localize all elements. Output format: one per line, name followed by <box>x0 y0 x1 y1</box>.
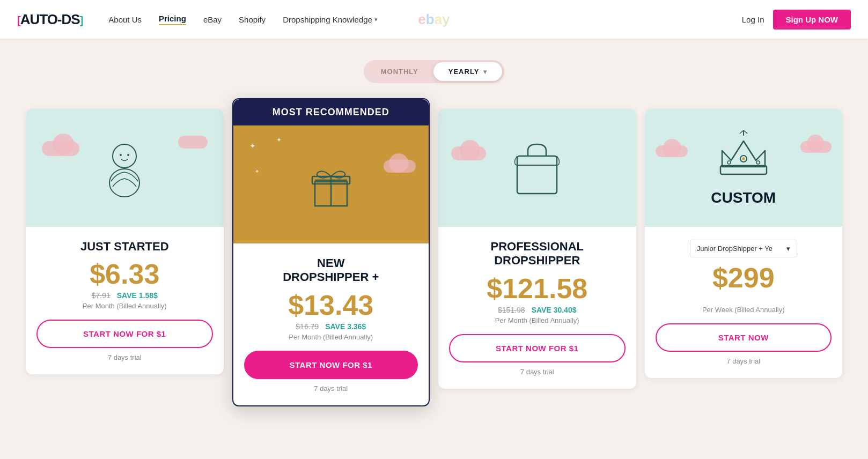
svg-point-2 <box>127 154 129 156</box>
spacer <box>656 295 832 306</box>
gift-icon <box>299 152 363 217</box>
main-nav: About Us Pricing eBay Shopify Dropshippi… <box>108 14 741 25</box>
logo[interactable]: [AUTO-DS] <box>17 11 83 28</box>
nav-dropshipping[interactable]: Dropshipping Knowledge ▾ <box>283 15 378 24</box>
cloud-decoration <box>663 139 681 157</box>
plan-name: PROFESSIONAL DROPSHIPPER <box>449 240 626 268</box>
logo-text: [AUTO-DS] <box>17 11 83 28</box>
plan-professional-image <box>438 109 636 227</box>
featured-wrapper: MOST RECOMMENDED ✦ ✦ ✦ <box>233 99 429 405</box>
svg-point-1 <box>120 154 122 156</box>
plan-just-started-image <box>26 109 224 227</box>
cloud-decoration <box>460 140 480 160</box>
dropdown-arrow-icon: ▾ <box>374 16 378 23</box>
plan-period: Per Month (Billed Annually) <box>36 302 213 310</box>
plan-name: NEW DROPSHIPPER + <box>244 256 418 285</box>
chevron-down-icon: ▾ <box>786 245 790 253</box>
svg-point-3 <box>109 169 139 197</box>
plan-new-dropshipper-image: ✦ ✦ ✦ <box>233 125 429 243</box>
star-icon: ✦ <box>249 142 256 150</box>
plan-custom: CUSTOM Junior DropShipper + Ye ▾ $299 Pe… <box>645 109 843 378</box>
plan-price-sub: $7.91 SAVE 1.58$ <box>36 291 213 300</box>
plan-period: Per Week (Billed Annually) <box>656 306 832 314</box>
plan-custom-body: Junior DropShipper + Ye ▾ $299 Per Week … <box>645 227 843 378</box>
nav-shopify[interactable]: Shopify <box>239 15 266 24</box>
header-actions: Log In Sign Up NOW <box>742 10 851 29</box>
toggle-container: MONTHLY YEARLY ▾ <box>364 60 505 83</box>
toggle-monthly[interactable]: MONTHLY <box>366 62 433 81</box>
nav-pricing[interactable]: Pricing <box>159 14 186 25</box>
original-price: $151.98 <box>498 306 525 314</box>
plan-new-dropshipper-body: NEW DROPSHIPPER + $13.43 $16.79 SAVE 3.3… <box>233 243 429 405</box>
main-content: MONTHLY YEARLY ▾ <box>0 39 868 439</box>
svg-point-0 <box>113 144 136 168</box>
original-price: $16.79 <box>296 322 319 331</box>
plan-cta-button[interactable]: START NOW FOR $1 <box>36 320 213 348</box>
plan-name: JUST STARTED <box>36 240 213 254</box>
pricing-cards-grid: JUST STARTED $6.33 $7.91 SAVE 1.58$ Per … <box>21 109 847 406</box>
plan-cta-button[interactable]: START NOW FOR $1 <box>244 351 418 379</box>
nav-about[interactable]: About Us <box>108 15 142 24</box>
dropdown-select[interactable]: Junior DropShipper + Ye ▾ <box>690 240 797 257</box>
save-label: SAVE 1.58$ <box>117 291 158 300</box>
cloud-decoration <box>53 134 74 155</box>
star-icon: ✦ <box>276 136 282 144</box>
baby-icon <box>95 136 154 200</box>
header: ebay [AUTO-DS] About Us Pricing eBay Sho… <box>0 0 868 39</box>
cloud-decoration <box>807 135 824 152</box>
svg-line-11 <box>740 130 744 134</box>
login-button[interactable]: Log In <box>742 15 764 24</box>
plan-price: $6.33 <box>36 260 213 288</box>
cloud-decoration <box>178 136 208 149</box>
plan-price: $13.43 <box>244 291 418 319</box>
plan-new-dropshipper: MOST RECOMMENDED ✦ ✦ ✦ <box>232 98 430 406</box>
save-label: SAVE 3.36$ <box>325 322 366 331</box>
most-recommended-badge: MOST RECOMMENDED <box>233 99 429 125</box>
trial-text: 7 days trial <box>36 353 213 361</box>
plan-period: Per Month (Billed Annually) <box>244 333 418 341</box>
shopping-bag-icon <box>507 136 567 200</box>
plan-just-started: JUST STARTED $6.33 $7.91 SAVE 1.58$ Per … <box>26 109 224 374</box>
plan-custom-image: CUSTOM <box>645 109 843 227</box>
plan-just-started-body: JUST STARTED $6.33 $7.91 SAVE 1.58$ Per … <box>26 227 224 374</box>
plan-professional-body: PROFESSIONAL DROPSHIPPER $121.58 $151.98… <box>438 227 636 389</box>
svg-point-16 <box>756 161 760 164</box>
plan-price-sub: $151.98 SAVE 30.40$ <box>449 306 626 314</box>
plan-cta-button[interactable]: START NOW FOR $1 <box>449 334 626 362</box>
save-label: SAVE 30.40$ <box>532 306 577 314</box>
toggle-yearly[interactable]: YEARLY ▾ <box>433 62 503 81</box>
chevron-down-icon: ▾ <box>483 68 487 76</box>
crown-container: CUSTOM <box>711 129 776 206</box>
plan-cta-button[interactable]: START NOW <box>656 323 832 352</box>
signup-button[interactable]: Sign Up NOW <box>773 10 851 29</box>
original-price: $7.91 <box>92 291 111 300</box>
custom-label: CUSTOM <box>711 189 776 206</box>
trial-text: 7 days trial <box>449 368 626 376</box>
billing-toggle: MONTHLY YEARLY ▾ <box>21 60 847 83</box>
svg-point-14 <box>742 158 745 160</box>
svg-point-15 <box>727 161 731 164</box>
cloud-decoration <box>389 153 408 173</box>
svg-line-10 <box>744 130 747 134</box>
plan-price-sub: $16.79 SAVE 3.36$ <box>244 322 418 331</box>
plan-period: Per Month (Billed Annually) <box>449 316 626 324</box>
plan-price: $299 <box>656 264 832 292</box>
trial-text: 7 days trial <box>656 357 832 365</box>
custom-plan-dropdown[interactable]: Junior DropShipper + Ye ▾ <box>656 240 832 257</box>
star-icon: ✦ <box>255 168 259 174</box>
plan-price: $121.58 <box>449 275 626 302</box>
plan-professional: PROFESSIONAL DROPSHIPPER $121.58 $151.98… <box>438 109 636 389</box>
crown-icon <box>714 129 773 183</box>
svg-rect-7 <box>517 156 557 194</box>
nav-ebay[interactable]: eBay <box>203 15 222 24</box>
trial-text: 7 days trial <box>244 384 418 393</box>
